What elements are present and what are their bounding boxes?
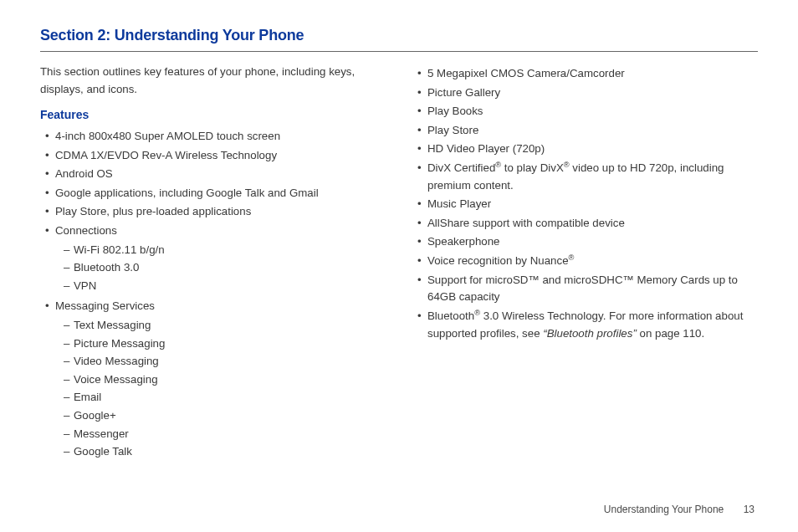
footer-label: Understanding Your Phone bbox=[604, 504, 724, 515]
sub-list-item: Bluetooth 3.0 bbox=[64, 259, 386, 277]
list-item: 5 Megapixel CMOS Camera/Camcorder bbox=[417, 65, 758, 83]
features-heading: Features bbox=[40, 106, 386, 125]
left-column: This section outlines key features of yo… bbox=[40, 64, 386, 464]
list-item: AllShare support with compatible device bbox=[417, 215, 758, 233]
list-item: Bluetooth® 3.0 Wireless Technology. For … bbox=[417, 308, 758, 342]
list-item: CDMA 1X/EVDO Rev-A Wireless Technology bbox=[45, 147, 386, 165]
content-columns: This section outlines key features of yo… bbox=[40, 64, 758, 464]
list-item: 4-inch 800x480 Super AMOLED touch screen bbox=[45, 128, 386, 146]
list-item: DivX Certified® to play DivX® video up t… bbox=[417, 160, 758, 194]
sub-list-item: Wi-Fi 802.11 b/g/n bbox=[64, 242, 386, 259]
sub-list-item: Video Messaging bbox=[64, 353, 386, 371]
sub-list-item: Google+ bbox=[64, 407, 386, 425]
list-item: Play Store bbox=[417, 122, 758, 140]
list-item: HD Video Player (720p) bbox=[417, 141, 758, 158]
features-list-left: 4-inch 800x480 Super AMOLED touch screen… bbox=[40, 128, 386, 461]
section-title: Section 2: Understanding Your Phone bbox=[40, 27, 758, 44]
sub-list: Wi-Fi 802.11 b/g/nBluetooth 3.0VPN bbox=[64, 242, 386, 295]
list-item: Play Books bbox=[417, 103, 758, 120]
list-item: Google applications, including Google Ta… bbox=[45, 185, 386, 202]
list-item: Messaging ServicesText MessagingPicture … bbox=[45, 298, 386, 460]
list-item: Picture Gallery bbox=[417, 84, 758, 102]
list-item: ConnectionsWi-Fi 802.11 b/g/nBluetooth 3… bbox=[45, 223, 386, 294]
list-item: Support for microSD™ and microSDHC™ Memo… bbox=[417, 272, 758, 306]
sub-list: Text MessagingPicture MessagingVideo Mes… bbox=[64, 317, 386, 461]
sub-list-item: Picture Messaging bbox=[64, 335, 386, 353]
sub-list-item: Google Talk bbox=[64, 443, 386, 461]
list-item: Music Player bbox=[417, 196, 758, 213]
sub-list-item: Messenger bbox=[64, 426, 386, 443]
right-column: 5 Megapixel CMOS Camera/CamcorderPicture… bbox=[412, 64, 758, 464]
page-number: 13 bbox=[744, 504, 755, 515]
horizontal-rule bbox=[40, 51, 758, 52]
features-list-right: 5 Megapixel CMOS Camera/CamcorderPicture… bbox=[412, 65, 758, 342]
page-footer: Understanding Your Phone 13 bbox=[604, 504, 755, 515]
list-item: Voice recognition by Nuance® bbox=[417, 253, 758, 270]
sub-list-item: VPN bbox=[64, 278, 386, 295]
sub-list-item: Email bbox=[64, 389, 386, 407]
list-item: Play Store, plus pre-loaded applications bbox=[45, 203, 386, 221]
intro-text: This section outlines key features of yo… bbox=[40, 64, 386, 98]
sub-list-item: Text Messaging bbox=[64, 317, 386, 335]
list-item: Speakerphone bbox=[417, 233, 758, 251]
document-page: Section 2: Understanding Your Phone This… bbox=[0, 0, 798, 464]
sub-list-item: Voice Messaging bbox=[64, 371, 386, 389]
list-item: Android OS bbox=[45, 166, 386, 183]
